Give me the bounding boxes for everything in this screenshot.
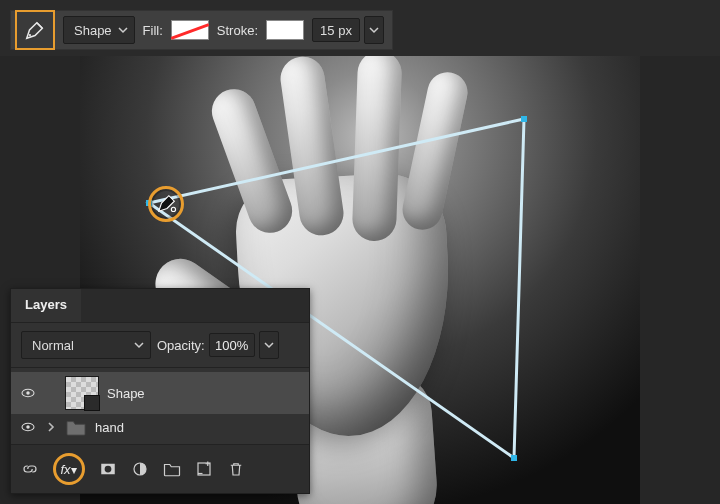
svg-point-4: [26, 391, 29, 394]
link-icon: [21, 460, 39, 478]
fx-icon: fx▾: [60, 462, 77, 477]
stroke-label: Stroke:: [217, 23, 258, 38]
chevron-down-icon: [134, 340, 144, 350]
stroke-width-control[interactable]: 15 px: [312, 16, 384, 44]
folder-icon: [163, 461, 181, 477]
chevron-down-icon: [264, 340, 274, 350]
opacity-value[interactable]: 100%: [209, 333, 255, 357]
visibility-toggle[interactable]: [19, 384, 37, 402]
layer-row-hand[interactable]: hand: [11, 414, 309, 440]
hand-illustration: [352, 56, 403, 242]
eye-icon: [20, 419, 36, 435]
layer-style-button[interactable]: fx▾: [53, 453, 85, 485]
folder-icon: [65, 418, 87, 436]
options-bar: Shape Fill: Stroke: 15 px: [10, 10, 393, 50]
chevron-down-icon: [369, 25, 379, 35]
chevron-right-icon: [46, 422, 56, 432]
layers-controls-row: Normal Opacity: 100%: [11, 322, 309, 368]
stroke-width-value: 15 px: [312, 18, 360, 42]
svg-point-6: [26, 425, 29, 428]
new-layer-button[interactable]: [195, 460, 213, 478]
layers-panel: Layers Normal Opacity: 100% Shape: [10, 288, 310, 494]
eye-icon: [20, 385, 36, 401]
trash-icon: [227, 460, 245, 478]
layer-list: Shape hand: [11, 368, 309, 444]
layer-row-shape[interactable]: Shape: [11, 372, 309, 414]
opacity-label: Opacity:: [157, 338, 205, 353]
visibility-toggle[interactable]: [19, 418, 37, 436]
new-group-button[interactable]: [163, 460, 181, 478]
anchor-point[interactable]: [511, 455, 517, 461]
new-layer-icon: [195, 460, 213, 478]
layer-mask-button[interactable]: [99, 460, 117, 478]
link-layers-button[interactable]: [21, 460, 39, 478]
layers-panel-footer: fx▾: [11, 444, 309, 493]
layers-tab[interactable]: Layers: [11, 289, 81, 322]
pen-cursor-icon: [156, 192, 178, 214]
tool-mode-label: Shape: [74, 23, 112, 38]
tool-mode-select[interactable]: Shape: [63, 16, 135, 44]
layer-name[interactable]: hand: [95, 420, 124, 435]
layer-name[interactable]: Shape: [107, 386, 145, 401]
stroke-swatch-white[interactable]: [266, 20, 304, 40]
adjustment-layer-button[interactable]: [131, 460, 149, 478]
adjustment-icon: [131, 460, 149, 478]
svg-point-0: [29, 34, 31, 36]
pen-tool-icon: [24, 19, 46, 41]
disclosure-toggle[interactable]: [45, 422, 57, 432]
anchor-point[interactable]: [521, 116, 527, 122]
mask-icon: [99, 460, 117, 478]
panel-tabs: Layers: [11, 289, 309, 322]
hand-illustration: [399, 69, 471, 234]
svg-point-2: [171, 207, 175, 211]
blend-mode-select[interactable]: Normal: [21, 331, 151, 359]
stroke-width-dropdown[interactable]: [364, 16, 384, 44]
svg-point-8: [105, 466, 112, 473]
chevron-down-icon: [118, 25, 128, 35]
blend-mode-label: Normal: [32, 338, 74, 353]
fill-label: Fill:: [143, 23, 163, 38]
layer-thumbnail[interactable]: [65, 376, 99, 410]
delete-layer-button[interactable]: [227, 460, 245, 478]
opacity-dropdown[interactable]: [259, 331, 279, 359]
layers-tab-label: Layers: [25, 297, 67, 312]
fill-swatch-none[interactable]: [171, 20, 209, 40]
pen-tool-button[interactable]: [15, 10, 55, 50]
